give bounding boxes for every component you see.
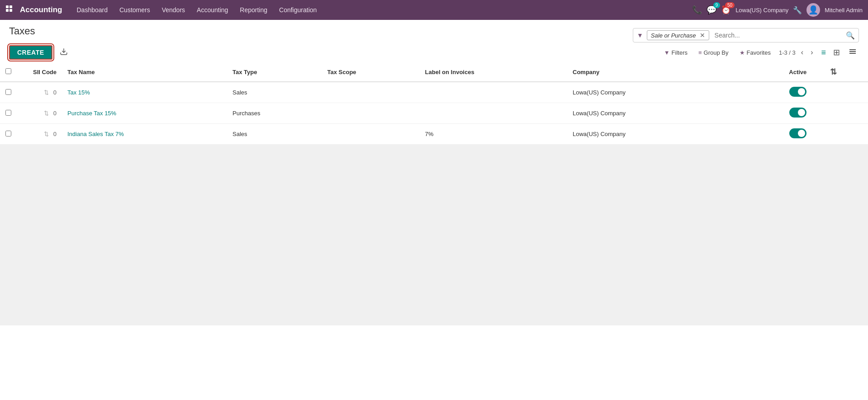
app-brand: Accounting — [20, 5, 62, 14]
apps-menu-button[interactable] — [5, 5, 14, 15]
svg-rect-3 — [9, 9, 12, 12]
nav-dashboard[interactable]: Dashboard — [71, 4, 114, 16]
table-row: ⇅ 0 Purchase Tax 15% Purchases Lowa(US) … — [0, 103, 868, 124]
row-taxtype-0: Sales — [227, 82, 322, 103]
user-avatar[interactable]: 👤 — [806, 3, 820, 17]
messages-badge: 9 — [713, 2, 721, 8]
lower-area — [0, 145, 868, 325]
filters-label: Filters — [672, 49, 688, 56]
row-active-2[interactable] — [724, 124, 825, 145]
top-navigation: Accounting Dashboard Customers Vendors A… — [0, 0, 868, 20]
filter-tag-label: Sale or Purchase — [651, 32, 696, 39]
select-all-checkbox[interactable] — [5, 68, 11, 74]
filter-tag-close[interactable]: ✕ — [700, 32, 705, 39]
search-input[interactable] — [711, 31, 844, 40]
drag-handle-0[interactable]: ⇅ — [44, 89, 49, 96]
row-active-0[interactable] — [724, 82, 825, 103]
create-button[interactable]: CREATE — [9, 45, 52, 60]
prev-page-button[interactable]: ‹ — [799, 47, 805, 57]
favorites-icon: ★ — [740, 49, 745, 56]
kanban-view-button[interactable]: ⊞ — [830, 47, 843, 58]
pagination-info: 1-3 / 3 — [779, 49, 796, 56]
filter-tag-sale-purchase[interactable]: Sale or Purchase ✕ — [647, 30, 709, 40]
row-labelinvoices-2: 7% — [420, 124, 567, 145]
row-sii-0: ⇅ 0 — [17, 82, 62, 103]
row-taxscope-0 — [322, 82, 420, 103]
row-select-1[interactable] — [5, 110, 11, 116]
settings-wrench-icon[interactable]: 🔧 — [793, 6, 802, 14]
table-row: ⇅ 0 Tax 15% Sales Lowa(US) Company — [0, 82, 868, 103]
svg-rect-2 — [6, 9, 9, 12]
favorites-button[interactable]: ★ Favorites — [735, 47, 775, 58]
drag-handle-1[interactable]: ⇅ — [44, 110, 49, 117]
filters-button[interactable]: ▼ Filters — [659, 47, 692, 58]
row-taxtype-2: Sales — [227, 124, 322, 145]
favorites-label: Favorites — [747, 49, 771, 56]
company-name: Lowa(US) Company — [735, 7, 788, 14]
row-taxname-0[interactable]: Tax 15% — [62, 82, 227, 103]
user-name: Mitchell Admin — [825, 7, 863, 14]
row-extra-1 — [825, 103, 868, 124]
row-active-1[interactable] — [724, 103, 825, 124]
row-sii-2: ⇅ 0 — [17, 124, 62, 145]
active-toggle-0[interactable] — [789, 87, 806, 97]
page-header: Taxes ▼ Sale or Purchase ✕ 🔍 — [0, 20, 868, 42]
row-taxscope-1 — [322, 103, 420, 124]
row-extra-0 — [825, 82, 868, 103]
row-taxtype-1: Purchases — [227, 103, 322, 124]
phone-icon[interactable]: 📞 — [692, 5, 702, 15]
optional-columns-button[interactable] — [846, 47, 859, 58]
active-toggle-1[interactable] — [789, 108, 806, 118]
nav-configuration[interactable]: Configuration — [274, 4, 322, 16]
tax-name-link-0[interactable]: Tax 15% — [67, 89, 90, 96]
drag-handle-2[interactable]: ⇅ — [44, 131, 49, 137]
main-content: Taxes ▼ Sale or Purchase ✕ 🔍 CREATE — [0, 20, 868, 400]
row-select-0[interactable] — [5, 89, 11, 95]
row-checkbox-1 — [0, 103, 17, 124]
col-active: Active — [724, 62, 825, 82]
groupby-icon: ≡ — [698, 49, 702, 56]
export-button[interactable] — [56, 46, 71, 60]
view-toggle: ≡ ⊞ — [818, 47, 843, 58]
col-tax-scope: Tax Scope — [322, 62, 420, 82]
page-title: Taxes — [9, 25, 35, 37]
row-taxname-1[interactable]: Purchase Tax 15% — [62, 103, 227, 124]
col-adjust: ⇅ — [825, 62, 868, 82]
row-taxscope-2 — [322, 124, 420, 145]
search-filter-icon: ▼ — [637, 32, 643, 39]
row-labelinvoices-1 — [420, 103, 567, 124]
row-checkbox-2 — [0, 124, 17, 145]
svg-rect-0 — [6, 5, 9, 8]
nav-vendors[interactable]: Vendors — [157, 4, 190, 16]
adjust-columns-icon[interactable]: ⇅ — [830, 67, 837, 76]
table-row: ⇅ 0 Indiana Sales Tax 7% Sales 7% Lowa(U… — [0, 124, 868, 145]
groupby-label: Group By — [704, 49, 729, 56]
list-view-button[interactable]: ≡ — [818, 47, 829, 58]
row-company-0: Lowa(US) Company — [567, 82, 724, 103]
row-extra-2 — [825, 124, 868, 145]
tax-name-link-2[interactable]: Indiana Sales Tax 7% — [67, 131, 124, 137]
active-toggle-2[interactable] — [789, 128, 806, 138]
col-label-on-invoices: Label on Invoices — [420, 62, 567, 82]
next-page-button[interactable]: › — [809, 47, 815, 57]
topbar-right: 📞 💬 9 ⏰ 50 Lowa(US) Company 🔧 👤 Mitchell… — [692, 3, 863, 17]
search-button[interactable]: 🔍 — [846, 31, 855, 40]
nav-menu: Dashboard Customers Vendors Accounting R… — [71, 4, 691, 16]
nav-accounting[interactable]: Accounting — [191, 4, 233, 16]
messages-icon[interactable]: 💬 9 — [707, 5, 716, 15]
row-taxname-2[interactable]: Indiana Sales Tax 7% — [62, 124, 227, 145]
col-sii-code: SII Code — [17, 62, 62, 82]
nav-reporting[interactable]: Reporting — [234, 4, 273, 16]
nav-customers[interactable]: Customers — [114, 4, 156, 16]
timer-badge: 50 — [725, 2, 735, 8]
timer-icon[interactable]: ⏰ 50 — [721, 5, 731, 15]
row-select-2[interactable] — [5, 131, 11, 136]
groupby-button[interactable]: ≡ Group By — [694, 47, 733, 58]
tax-name-link-1[interactable]: Purchase Tax 15% — [67, 110, 116, 117]
col-tax-type: Tax Type — [227, 62, 322, 82]
taxes-table: SII Code Tax Name Tax Type Tax Scope Lab… — [0, 62, 868, 145]
select-all-header — [0, 62, 17, 82]
row-company-2: Lowa(US) Company — [567, 124, 724, 145]
row-sii-1: ⇅ 0 — [17, 103, 62, 124]
row-company-1: Lowa(US) Company — [567, 103, 724, 124]
